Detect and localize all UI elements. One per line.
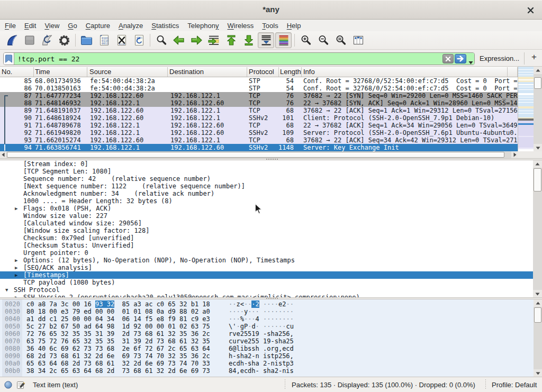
menu-telephony[interactable]: Telephony (183, 21, 223, 31)
scroll-left-icon[interactable] (0, 151, 6, 158)
hex-bytes[interactable]: 38 34 2c 65 63 64 68 2d 73 68 61 32 2d 6… (26, 367, 210, 375)
start-capture-button[interactable] (4, 32, 20, 48)
column-header-protocol[interactable]: Protocol (249, 68, 274, 76)
column-separator[interactable] (87, 67, 87, 77)
zoom-reset-button[interactable] (332, 32, 349, 48)
clear-filter-icon[interactable] (442, 54, 454, 63)
hex-ascii[interactable]: rve25519 -sha256, (229, 330, 294, 338)
hex-bytes[interactable]: 5c 27 b2 67 50 ad 64 98 1d 92 00 00 01 0… (26, 323, 210, 330)
details-vscrollbar[interactable] (533, 160, 542, 297)
packet-row-85[interactable]: 8568.001734936fe:54:00:d4:38:2aSTP54Conf… (0, 77, 518, 85)
go-first-button[interactable] (223, 32, 239, 48)
display-filter-input[interactable]: !tcp.port == 22 (3, 52, 475, 65)
menu-file[interactable]: File (1, 21, 20, 31)
save-file-button[interactable]: 010101100011 (96, 32, 112, 48)
column-header-info[interactable]: Info (303, 68, 315, 76)
scrollbar-thumb[interactable] (534, 168, 541, 192)
menu-go[interactable]: Go (64, 21, 81, 31)
column-separator[interactable] (278, 67, 279, 77)
packet-row-94[interactable]: 9471.663856741192.168.122.1192.168.122.6… (0, 144, 518, 151)
titlebar[interactable]: *any (0, 0, 542, 20)
hex-bytes[interactable]: c0 a8 7a 3c 00 16 93 32 85 a3 ac c0 65 3… (26, 300, 210, 308)
scroll-down-icon[interactable] (534, 144, 542, 151)
detail-row[interactable]: [Calculated window size: 29056] (0, 220, 533, 227)
packet-list-hscrollbar[interactable] (0, 151, 518, 158)
expander-closed-icon[interactable]: ▶ (15, 205, 20, 212)
apply-filter-icon[interactable] (455, 54, 466, 63)
hex-bytes[interactable]: a1 dd c1 25 00 00 04 34 06 14 f5 e8 f9 8… (26, 315, 210, 323)
scroll-up-icon[interactable] (534, 67, 542, 74)
hex-bytes[interactable]: 65 63 64 68 2d 73 68 61 32 2d 6e 69 73 7… (26, 360, 210, 367)
capture-comment-icon[interactable] (16, 380, 25, 391)
detail-row[interactable]: ▶Options: (12 bytes), No-Operation (NOP)… (0, 257, 533, 264)
packet-row-90[interactable]: 9071.648618924192.168.122.60192.168.122.… (0, 114, 518, 122)
scroll-down-icon[interactable] (533, 290, 542, 297)
column-header-destination[interactable]: Destination (169, 68, 204, 76)
column-separator[interactable] (33, 67, 34, 77)
scroll-up-icon[interactable] (534, 299, 542, 307)
column-separator[interactable] (247, 67, 247, 77)
menu-edit[interactable]: Edit (20, 21, 40, 31)
detail-row[interactable]: ▶[Timestamps] (0, 271, 533, 279)
column-separator[interactable] (301, 67, 302, 77)
packet-row-91[interactable]: 9171.648789678192.168.122.1192.168.122.6… (0, 122, 518, 129)
hex-ascii[interactable]: 6@libssh .org,ecd (229, 345, 294, 352)
detail-row[interactable]: Acknowledgment number: 34 (relative ack … (0, 190, 533, 197)
hex-ascii[interactable]: ···%···4 ········ (229, 315, 294, 323)
column-separator[interactable] (507, 67, 508, 77)
column-header-source[interactable]: Source (89, 68, 111, 76)
expander-open-icon[interactable]: ▼ (5, 287, 11, 293)
menu-view[interactable]: View (40, 21, 64, 31)
open-file-button[interactable] (78, 32, 95, 48)
menu-tools[interactable]: Tools (258, 21, 282, 31)
menu-analyze[interactable]: Analyze (114, 21, 147, 31)
close-file-button[interactable]: 0110 (113, 32, 130, 48)
column-header-no[interactable]: No. (2, 68, 12, 76)
hex-bytes[interactable]: 72 76 65 32 35 35 31 39 2d 73 68 61 32 3… (26, 330, 210, 338)
expression-button[interactable]: Expression... (480, 54, 519, 62)
detail-row[interactable]: [TCP Segment Len: 1080] (0, 168, 533, 175)
detail-row[interactable]: Checksum: 0x79ed [unverified] (0, 234, 533, 242)
hex-bytes[interactable]: 63 75 72 76 65 32 35 35 31 39 2d 73 68 6… (26, 338, 210, 345)
column-header-time[interactable]: Time (35, 68, 50, 76)
scrollbar-thumb[interactable] (534, 307, 541, 323)
scroll-right-icon[interactable] (511, 151, 518, 158)
zoom-in-button[interactable] (297, 32, 314, 48)
packet-row-92[interactable]: 9271.661949820192.168.122.1192.168.122.6… (0, 129, 518, 136)
hex-vscrollbar[interactable] (534, 299, 542, 377)
detail-row[interactable]: ▶Flags: 0x018 (PSH, ACK) (0, 205, 533, 212)
hex-ascii[interactable]: ecdh-sha 2-nistp3 (229, 360, 294, 367)
profile-status[interactable]: Profile: Default (492, 381, 537, 389)
scroll-up-icon[interactable] (533, 160, 542, 168)
detail-row[interactable]: [Next sequence number: 1122 (relative se… (0, 183, 533, 190)
column-header-length[interactable]: Length (280, 68, 301, 76)
go-forward-button[interactable] (188, 32, 204, 48)
restart-capture-button[interactable] (39, 32, 55, 48)
stop-capture-button[interactable] (21, 32, 38, 48)
detail-row[interactable]: [Window size scaling factor: 128] (0, 227, 533, 234)
hex-ascii[interactable]: 84,ecdh- sha2-nis (229, 367, 294, 375)
detail-row[interactable]: 1000 .... = Header Length: 32 bytes (8) (0, 197, 533, 205)
auto-scroll-button[interactable] (258, 32, 274, 48)
detail-row[interactable]: ▶[SEQ/ACK analysis] (0, 264, 533, 271)
expert-info-icon[interactable] (4, 381, 12, 390)
expander-closed-icon[interactable]: ▶ (15, 257, 20, 263)
intelligent-scrollbar-minimap[interactable] (518, 67, 534, 151)
filter-dropdown-icon[interactable] (468, 57, 473, 65)
packet-list-vscrollbar[interactable] (534, 67, 542, 151)
packet-row-87[interactable]: 8771.647777234192.168.122.60192.168.122.… (0, 92, 518, 99)
colorize-button[interactable] (275, 32, 292, 48)
hex-ascii[interactable]: h-sha2-n istp256, (229, 352, 294, 360)
expander-closed-icon[interactable]: ▶ (15, 265, 20, 271)
hex-ascii[interactable]: curve255 19-sha25 (229, 338, 294, 345)
detail-row[interactable]: ▼SSH Protocol (0, 286, 533, 294)
packet-row-86[interactable]: 8670.013850163fe:54:00:d4:38:2aSTP54Conf… (0, 85, 518, 92)
go-to-packet-button[interactable] (205, 32, 222, 48)
packet-list-header[interactable]: No.TimeSourceDestinationProtocolLengthIn… (0, 67, 518, 77)
go-last-button[interactable] (240, 32, 257, 48)
scrollbar-thumb[interactable] (534, 77, 541, 89)
hex-ascii[interactable]: ··z<···2 ····e2·· (229, 300, 294, 308)
hex-bytes[interactable]: 68 2d 73 68 61 32 2d 6e 69 73 74 70 32 3… (26, 352, 210, 360)
go-back-button[interactable] (170, 32, 187, 48)
hex-bytes[interactable]: 36 40 6c 69 62 73 73 68 2e 6f 72 67 2c 6… (26, 345, 210, 352)
